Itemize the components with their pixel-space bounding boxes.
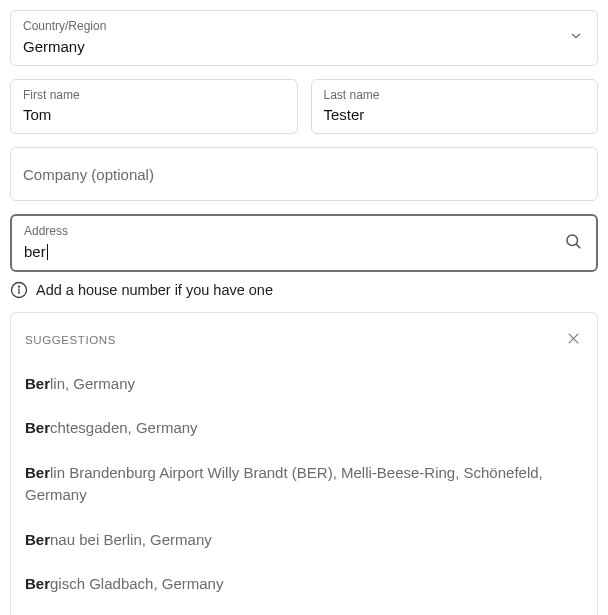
suggestion-item[interactable]: Bernau bei Berlin, Germany — [11, 518, 597, 563]
address-input[interactable]: Address ber — [10, 214, 598, 272]
country-value: Germany — [23, 36, 557, 57]
country-label: Country/Region — [23, 19, 557, 35]
last-name-field[interactable]: Last name Tester — [311, 79, 599, 135]
first-name-label: First name — [23, 88, 285, 104]
suggestion-item[interactable]: Bergisch Gladbach, Germany — [11, 562, 597, 607]
country-select[interactable]: Country/Region Germany — [10, 10, 598, 66]
suggestions-panel: SUGGESTIONS Berlin, Germany Berchtesgade… — [10, 312, 598, 615]
first-name-field[interactable]: First name Tom — [10, 79, 298, 135]
address-value: ber — [24, 241, 552, 262]
text-caret — [47, 244, 48, 260]
svg-point-4 — [19, 286, 20, 287]
close-icon — [566, 331, 581, 346]
company-field[interactable]: Company (optional) — [10, 147, 598, 201]
chevron-down-icon — [569, 29, 583, 47]
search-icon — [564, 232, 582, 254]
last-name-value: Tester — [324, 104, 586, 125]
suggestion-item[interactable]: Berlin Brandenburg Airport Willy Brandt … — [11, 451, 597, 518]
info-icon — [10, 281, 28, 299]
hint-text: Add a house number if you have one — [36, 282, 273, 298]
suggestion-item[interactable]: Berchtesgaden, Germany — [11, 406, 597, 451]
suggestion-list: Berlin, Germany Berchtesgaden, Germany B… — [11, 358, 597, 615]
svg-line-1 — [576, 244, 579, 247]
suggestion-item[interactable]: Berlin, Germany — [11, 362, 597, 407]
last-name-label: Last name — [324, 88, 586, 104]
address-label: Address — [24, 224, 552, 240]
address-hint: Add a house number if you have one — [10, 281, 598, 299]
svg-point-0 — [567, 235, 578, 246]
first-name-value: Tom — [23, 104, 285, 125]
company-placeholder: Company (optional) — [23, 166, 585, 183]
close-suggestions-button[interactable] — [564, 329, 583, 352]
suggestions-title: SUGGESTIONS — [25, 334, 116, 346]
